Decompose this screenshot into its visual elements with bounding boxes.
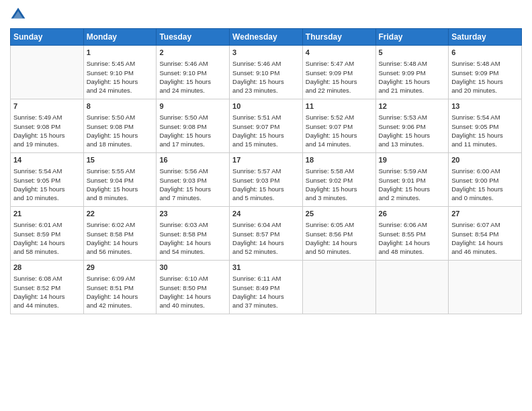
day-content-line: Sunrise: 6:08 AM	[13, 274, 81, 283]
day-cell: 7Sunrise: 5:49 AMSunset: 9:08 PMDaylight…	[11, 99, 84, 153]
day-content-line: Sunset: 9:07 PM	[232, 122, 300, 131]
day-content-line: Sunset: 9:09 PM	[379, 68, 446, 77]
day-cell: 24Sunrise: 6:04 AMSunset: 8:57 PMDayligh…	[230, 207, 303, 261]
day-content-line: Daylight: 15 hours	[451, 185, 519, 193]
day-content-line: Sunrise: 5:46 AM	[159, 59, 226, 68]
week-row-5: 28Sunrise: 6:08 AMSunset: 8:52 PMDayligh…	[11, 261, 522, 314]
day-content-line: and 22 minutes.	[306, 86, 373, 95]
day-content-line: Sunrise: 5:54 AM	[451, 113, 519, 122]
day-cell: 22Sunrise: 6:02 AMSunset: 8:58 PMDayligh…	[83, 207, 157, 261]
day-content-line: Sunrise: 5:53 AM	[379, 113, 446, 122]
day-content-line: Sunset: 9:10 PM	[232, 68, 300, 77]
day-cell: 12Sunrise: 5:53 AMSunset: 9:06 PMDayligh…	[375, 99, 449, 153]
day-content-line: Sunset: 9:05 PM	[13, 176, 81, 185]
day-content-line: and 50 minutes.	[306, 247, 373, 256]
day-number: 21	[13, 209, 81, 219]
day-cell: 15Sunrise: 5:55 AMSunset: 9:04 PMDayligh…	[83, 153, 157, 207]
week-row-4: 21Sunrise: 6:01 AMSunset: 8:59 PMDayligh…	[11, 207, 522, 261]
day-content-line: Sunset: 8:50 PM	[159, 283, 226, 292]
day-content-line: Sunrise: 5:50 AM	[87, 113, 154, 122]
day-content-line: Sunset: 9:07 PM	[306, 122, 373, 131]
day-cell: 4Sunrise: 5:47 AMSunset: 9:09 PMDaylight…	[302, 46, 375, 99]
day-content-line: Daylight: 14 hours	[232, 292, 300, 301]
day-content-line: Sunset: 9:09 PM	[451, 68, 519, 77]
day-cell: 1Sunrise: 5:45 AMSunset: 9:10 PMDaylight…	[83, 46, 157, 99]
day-cell: 31Sunrise: 6:11 AMSunset: 8:49 PMDayligh…	[230, 261, 303, 314]
week-row-2: 7Sunrise: 5:49 AMSunset: 9:08 PMDaylight…	[11, 99, 522, 153]
day-number: 20	[451, 155, 519, 165]
day-content-line: Sunset: 9:01 PM	[379, 176, 446, 185]
day-number: 27	[451, 209, 519, 219]
day-content-line: and 0 minutes.	[451, 193, 519, 202]
day-number: 25	[306, 209, 373, 219]
day-content-line: and 48 minutes.	[379, 247, 446, 256]
day-number: 6	[451, 48, 519, 58]
day-number: 16	[159, 155, 226, 165]
day-cell: 13Sunrise: 5:54 AMSunset: 9:05 PMDayligh…	[449, 99, 522, 153]
day-content-line: Sunrise: 6:03 AM	[159, 220, 226, 229]
day-cell	[11, 46, 84, 99]
day-content-line: Daylight: 15 hours	[232, 131, 300, 140]
calendar-table: SundayMondayTuesdayWednesdayThursdayFrid…	[10, 28, 522, 314]
day-cell: 26Sunrise: 6:06 AMSunset: 8:55 PMDayligh…	[375, 207, 449, 261]
day-content-line: Daylight: 15 hours	[379, 185, 446, 193]
day-content-line: Sunset: 9:09 PM	[306, 68, 373, 77]
day-content-line: Sunset: 9:04 PM	[87, 176, 154, 185]
day-content-line: Sunset: 9:03 PM	[159, 176, 226, 185]
day-content-line: Sunrise: 6:04 AM	[232, 220, 300, 229]
day-content-line: Sunset: 9:00 PM	[451, 176, 519, 185]
day-number: 31	[232, 263, 300, 273]
day-content-line: Sunset: 8:54 PM	[451, 230, 519, 238]
week-row-3: 14Sunrise: 5:54 AMSunset: 9:05 PMDayligh…	[11, 153, 522, 207]
day-number: 30	[159, 263, 226, 273]
day-content-line: Sunrise: 6:10 AM	[159, 274, 226, 283]
day-cell: 8Sunrise: 5:50 AMSunset: 9:08 PMDaylight…	[83, 99, 157, 153]
day-content-line: and 23 minutes.	[232, 86, 300, 95]
day-content-line: and 14 minutes.	[306, 140, 373, 148]
header-cell-sunday: Sunday	[11, 29, 84, 46]
day-content-line: and 56 minutes.	[87, 247, 154, 256]
day-content-line: Sunrise: 5:50 AM	[159, 113, 226, 122]
day-content-line: Sunrise: 5:55 AM	[87, 167, 154, 175]
day-content-line: Sunrise: 5:58 AM	[306, 167, 373, 175]
day-content-line: Sunset: 8:59 PM	[13, 230, 81, 238]
day-content-line: Sunrise: 5:49 AM	[13, 113, 81, 122]
day-cell: 14Sunrise: 5:54 AMSunset: 9:05 PMDayligh…	[11, 153, 84, 207]
day-content-line: and 19 minutes.	[13, 140, 81, 148]
day-content-line: Sunset: 9:05 PM	[451, 122, 519, 131]
day-cell	[302, 261, 375, 314]
day-content-line: Sunrise: 5:59 AM	[379, 167, 446, 175]
day-content-line: and 21 minutes.	[379, 86, 446, 95]
day-content-line: and 8 minutes.	[87, 193, 154, 202]
day-content-line: Daylight: 15 hours	[87, 185, 154, 193]
day-content-line: Sunrise: 5:46 AM	[232, 59, 300, 68]
day-cell: 19Sunrise: 5:59 AMSunset: 9:01 PMDayligh…	[375, 153, 449, 207]
day-content-line: Sunrise: 5:48 AM	[379, 59, 446, 68]
header-cell-wednesday: Wednesday	[230, 29, 303, 46]
day-cell: 11Sunrise: 5:52 AMSunset: 9:07 PMDayligh…	[302, 99, 375, 153]
day-content-line: Daylight: 15 hours	[13, 185, 81, 193]
day-cell: 16Sunrise: 5:56 AMSunset: 9:03 PMDayligh…	[157, 153, 230, 207]
day-number: 9	[159, 101, 226, 111]
day-content-line: Daylight: 14 hours	[159, 292, 226, 301]
day-content-line: Sunset: 8:52 PM	[13, 283, 81, 292]
day-content-line: Daylight: 14 hours	[451, 238, 519, 247]
header-row: SundayMondayTuesdayWednesdayThursdayFrid…	[11, 29, 522, 46]
day-content-line: Sunrise: 5:57 AM	[232, 167, 300, 175]
day-content-line: and 10 minutes.	[13, 193, 81, 202]
day-number: 7	[13, 101, 81, 111]
day-content-line: Daylight: 15 hours	[159, 77, 226, 86]
day-cell: 28Sunrise: 6:08 AMSunset: 8:52 PMDayligh…	[11, 261, 84, 314]
day-cell: 6Sunrise: 5:48 AMSunset: 9:09 PMDaylight…	[449, 46, 522, 99]
day-cell: 10Sunrise: 5:51 AMSunset: 9:07 PMDayligh…	[230, 99, 303, 153]
day-content-line: Sunrise: 5:45 AM	[87, 59, 154, 68]
header-cell-monday: Monday	[83, 29, 157, 46]
day-content-line: Sunset: 9:06 PM	[379, 122, 446, 131]
day-content-line: and 24 minutes.	[87, 86, 154, 95]
week-row-1: 1Sunrise: 5:45 AMSunset: 9:10 PMDaylight…	[11, 46, 522, 99]
day-content-line: Daylight: 15 hours	[87, 77, 154, 86]
day-content-line: Sunset: 9:10 PM	[87, 68, 154, 77]
day-number: 11	[306, 101, 373, 111]
day-number: 17	[232, 155, 300, 165]
day-number: 12	[379, 101, 446, 111]
